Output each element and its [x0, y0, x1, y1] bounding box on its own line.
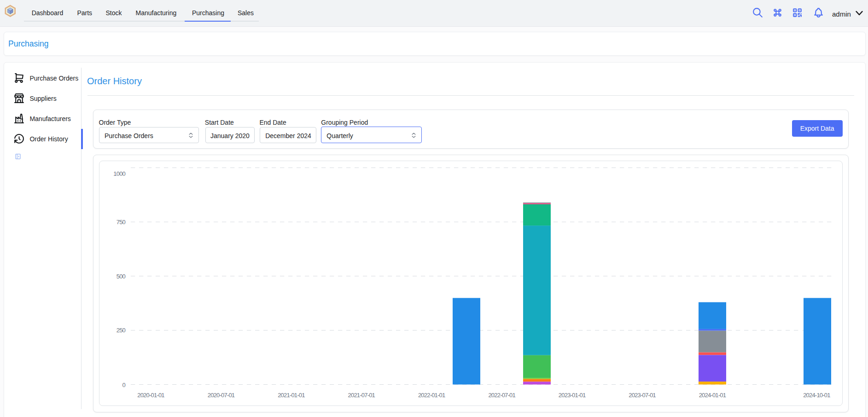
svg-text:750: 750 — [117, 219, 126, 226]
svg-text:2020-01-01: 2020-01-01 — [137, 392, 164, 399]
svg-text:250: 250 — [117, 327, 126, 334]
svg-text:2021-01-01: 2021-01-01 — [278, 392, 305, 399]
svg-text:1000: 1000 — [113, 170, 125, 177]
svg-text:500: 500 — [117, 272, 126, 279]
svg-text:2022-07-01: 2022-07-01 — [488, 392, 515, 399]
svg-text:2023-07-01: 2023-07-01 — [629, 392, 656, 399]
svg-text:0: 0 — [122, 382, 126, 388]
svg-text:2020-07-01: 2020-07-01 — [208, 392, 235, 399]
svg-text:2021-07-01: 2021-07-01 — [348, 392, 375, 399]
svg-text:2024-01-01: 2024-01-01 — [699, 392, 726, 399]
svg-text:2022-01-01: 2022-01-01 — [418, 392, 445, 399]
svg-text:2023-01-01: 2023-01-01 — [559, 392, 586, 399]
svg-text:2024-10-01: 2024-10-01 — [803, 392, 830, 399]
